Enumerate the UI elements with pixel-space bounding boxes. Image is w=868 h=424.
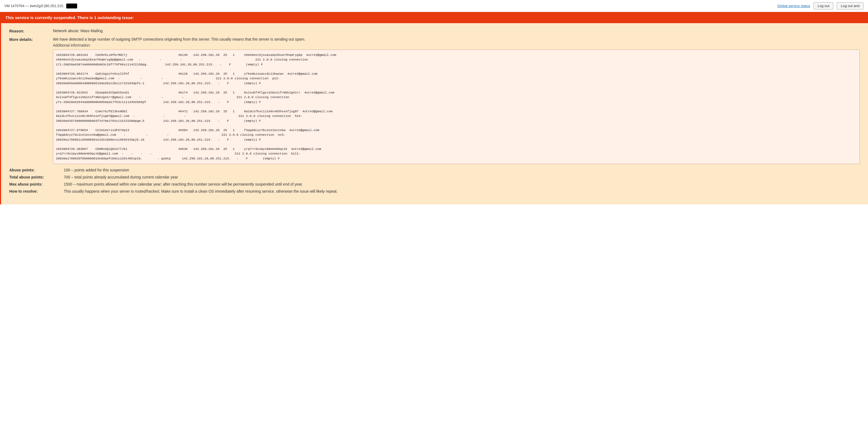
topbar-right: Global service status Log out Log out an… [777, 2, 864, 9]
reason-value: Network abuse: Mass Mailing [53, 29, 860, 33]
banner-text: This service is currently suspended. The… [5, 15, 134, 20]
topbar-left: VM 1470764 — bwh2g2t [80.251.215. [4, 4, 77, 8]
abuse-points-label: Abuse points: [9, 168, 64, 172]
logout-and-button[interactable]: Log out and [837, 2, 864, 9]
vm-label: VM 1470764 — bwh2g2t [80.251.215. [4, 4, 64, 8]
main-content: Reason: Network abuse: Mass Mailing More… [0, 23, 868, 204]
abuse-points-row: Abuse points: 100 – points added for thi… [9, 168, 860, 172]
more-details-text: We have detected a large number of outgo… [53, 37, 305, 41]
resolve-value: This usually happens when your server is… [64, 189, 860, 193]
topbar: VM 1470764 — bwh2g2t [80.251.215. Global… [0, 0, 868, 12]
total-abuse-points-row: Total abuse points: 700 – total points a… [9, 175, 860, 179]
reason-row: Reason: Network abuse: Mass Mailing [9, 29, 860, 33]
ip-redacted [66, 4, 77, 8]
global-service-status-link[interactable]: Global service status [777, 4, 810, 8]
how-to-resolve-row: How to resolve: This usually happens whe… [9, 189, 860, 193]
resolve-label: How to resolve: [9, 189, 64, 193]
logout-button[interactable]: Log out [813, 2, 833, 9]
max-abuse-points-row: Max abuse points: 1500 – maximum points … [9, 182, 860, 186]
max-abuse-label: Max abuse points: [9, 182, 64, 186]
additional-info-label: Additional information: [53, 43, 860, 47]
total-abuse-label: Total abuse points: [9, 175, 64, 179]
suspension-banner: This service is currently suspended. The… [0, 12, 868, 23]
abuse-points-value: 100 – points added for this suspension [64, 168, 860, 172]
more-details-value: We have detected a large number of outgo… [53, 37, 860, 164]
more-details-row: More details: We have detected a large n… [9, 37, 860, 164]
log-box[interactable]: 1653904726.803183 C6kMvhLx0fKrMDC7j 4614… [53, 50, 860, 164]
more-details-label: More details: [9, 37, 53, 42]
max-abuse-value: 1500 – maximum points allowed within one… [64, 182, 860, 186]
reason-label: Reason: [9, 29, 53, 33]
total-abuse-value: 700 – total points already accumulated d… [64, 175, 860, 179]
